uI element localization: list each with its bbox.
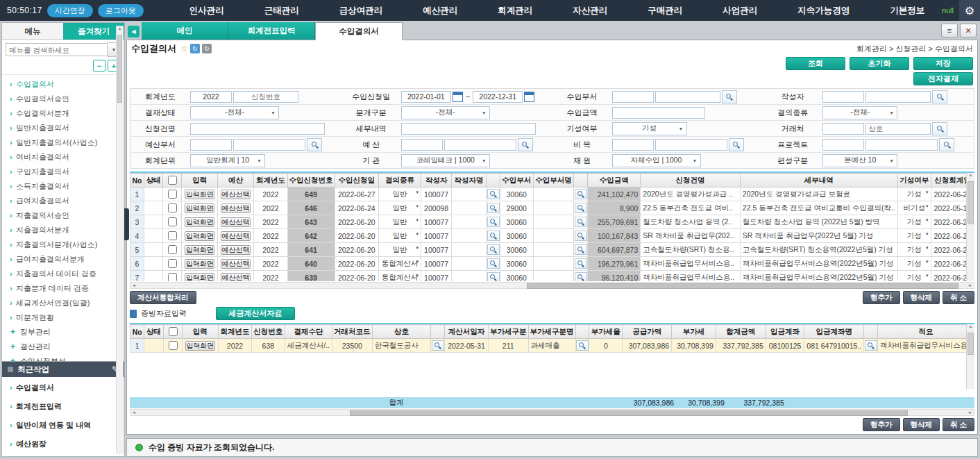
vat-name-header[interactable]: 부가세구분명 bbox=[528, 325, 575, 339]
recent-collapse-icon[interactable] bbox=[8, 367, 13, 372]
vendor-search-icon[interactable] bbox=[932, 122, 947, 135]
scroll-left-icon[interactable]: ◄ bbox=[132, 283, 136, 288]
input-button[interactable]: 입력화면 bbox=[185, 259, 214, 269]
global-menu-item[interactable]: 지속가능경영 bbox=[797, 5, 850, 17]
approval-status-select[interactable]: -전체-▼ bbox=[190, 106, 279, 119]
settings-gear-icon[interactable]: ⚙ bbox=[959, 0, 980, 21]
tax-invoice-button[interactable]: 세금계산서자료 bbox=[216, 307, 295, 320]
completion-cell[interactable]: 기성▼ bbox=[897, 215, 931, 229]
resolution-type-cell[interactable]: 일반▼ bbox=[378, 201, 421, 215]
budget-header[interactable]: 예산 bbox=[218, 174, 254, 187]
resolution-type-cell[interactable]: 일반▼ bbox=[378, 243, 421, 257]
project-code-input[interactable] bbox=[822, 139, 864, 151]
select-all-checkbox[interactable] bbox=[169, 327, 178, 336]
writer-code-input[interactable] bbox=[822, 91, 864, 103]
completion-cell[interactable]: 비기성▼ bbox=[897, 201, 931, 215]
global-menu-item[interactable]: 회계관리 bbox=[498, 5, 532, 17]
vendor-code-input[interactable] bbox=[822, 123, 864, 135]
sidebar-menu-item[interactable]: 수입결의서승인 bbox=[2, 92, 124, 106]
payment-header[interactable]: 결제수단 bbox=[285, 325, 332, 339]
tab-list-icon[interactable]: ≡ bbox=[941, 24, 958, 37]
budget-class-select[interactable]: 본예산 10▼ bbox=[822, 154, 897, 167]
budget-search-icon[interactable] bbox=[518, 138, 533, 151]
income-grid-hscroll[interactable]: ◄ ► bbox=[130, 282, 974, 289]
global-menu-item[interactable]: 인사관리 bbox=[189, 5, 224, 17]
sidebar-menu-item[interactable]: 세금계산서연결(일괄) bbox=[2, 296, 124, 310]
calendar-icon[interactable] bbox=[524, 92, 534, 102]
resolution-type-cell[interactable]: 통합계산서▼ bbox=[378, 271, 421, 282]
favorite-star-icon[interactable]: ☆ bbox=[180, 44, 188, 53]
amount-header[interactable]: 수입금액 bbox=[588, 174, 641, 187]
vendor-search-header[interactable] bbox=[431, 325, 445, 339]
no-header[interactable]: No bbox=[130, 325, 144, 339]
status-header[interactable]: 상태 bbox=[144, 174, 163, 187]
search-icon[interactable] bbox=[487, 203, 500, 213]
row-delete-button[interactable]: 행삭제 bbox=[903, 291, 940, 304]
search-icon[interactable] bbox=[487, 189, 500, 199]
budget-dept-name-input[interactable] bbox=[233, 139, 305, 151]
budget-dept-search-icon[interactable] bbox=[307, 138, 322, 151]
dept-name-header[interactable]: 수입부서명 bbox=[533, 174, 574, 187]
sidebar-menu-item[interactable]: 지출결의서분개 bbox=[2, 223, 124, 237]
search-icon[interactable] bbox=[487, 258, 500, 269]
search-icon[interactable] bbox=[487, 231, 500, 241]
search-icon[interactable] bbox=[432, 340, 444, 351]
sidebar-menu-item[interactable]: 소득지출결의서 bbox=[2, 179, 124, 194]
completion-cell[interactable]: 기성▼ bbox=[897, 187, 931, 201]
budget-button[interactable]: 예산선택 bbox=[221, 245, 251, 255]
input-button[interactable]: 입력화면 bbox=[185, 203, 214, 213]
sidebar-menu-item[interactable]: 일반지출결의서(사업소) bbox=[2, 135, 124, 150]
income-amount-input[interactable] bbox=[612, 107, 705, 119]
tab-close-icon[interactable]: ✕ bbox=[960, 24, 977, 37]
evidence-grid-hscroll[interactable]: ◄ ► bbox=[130, 409, 974, 416]
remark-header[interactable]: 적요 bbox=[878, 325, 974, 339]
grid-row[interactable]: 3입력화면예산선택20226432022-06-20일반▼10007730060… bbox=[130, 215, 974, 229]
input-button[interactable]: 입력화면 bbox=[185, 341, 215, 351]
agency-select[interactable]: 코레일테크 | 1000▼ bbox=[401, 154, 490, 167]
search-icon[interactable] bbox=[575, 272, 587, 281]
input-button[interactable]: 입력화면 bbox=[185, 190, 214, 199]
resolution-type-cell[interactable]: 일반▼ bbox=[378, 187, 421, 201]
sidebar-menu-item[interactable]: 구입지출결의서 bbox=[2, 165, 124, 179]
calendar-icon[interactable] bbox=[453, 92, 463, 102]
global-menu-item[interactable]: 기본정보 bbox=[890, 5, 924, 17]
invoice-date-header[interactable]: 계산서일자 bbox=[445, 325, 489, 339]
row-checkbox[interactable] bbox=[168, 231, 177, 240]
sidebar-menu-item[interactable]: 미분개현황 bbox=[2, 310, 124, 325]
scroll-right-icon[interactable]: ► bbox=[968, 410, 972, 415]
budget-name-input[interactable] bbox=[444, 139, 516, 151]
refresh-icon[interactable]: ↻ bbox=[190, 44, 200, 53]
scroll-left-icon[interactable]: ◄ bbox=[132, 410, 136, 415]
total-header[interactable]: 합계금액 bbox=[716, 325, 766, 339]
writer-header[interactable]: 작성자 bbox=[421, 174, 452, 187]
request-no-input[interactable] bbox=[233, 91, 298, 103]
project-name-input[interactable] bbox=[865, 139, 938, 151]
resolution-type-header[interactable]: 결의종류 bbox=[378, 174, 421, 187]
sidebar-tab[interactable]: 메뉴 bbox=[2, 23, 63, 40]
sidebar-menu-item[interactable]: 지출분개 데이터 검증 bbox=[2, 281, 124, 296]
resolution-type-cell[interactable]: 일반▼ bbox=[378, 229, 421, 243]
search-icon[interactable] bbox=[576, 340, 589, 351]
budget-button[interactable]: 예산선택 bbox=[221, 217, 251, 227]
writer-name-input[interactable] bbox=[865, 91, 931, 103]
global-menu-item[interactable]: 자산관리 bbox=[573, 5, 607, 17]
supply-header[interactable]: 공급가액 bbox=[623, 325, 672, 339]
search-icon[interactable] bbox=[487, 217, 500, 227]
vat-header[interactable]: 부가세 bbox=[672, 325, 716, 339]
recent-item[interactable]: 일반이체 연동 및 내역 bbox=[2, 416, 124, 435]
sidebar-menu-item[interactable]: 손익실적분석 bbox=[2, 354, 124, 361]
search-icon[interactable] bbox=[575, 244, 587, 255]
search-icon[interactable] bbox=[575, 231, 587, 241]
grid-row[interactable]: 1입력화면예산선택20226492022-06-27일반▼10007730060… bbox=[130, 187, 974, 201]
sidebar-menu-item[interactable]: 결산관리 bbox=[2, 340, 124, 354]
recent-item[interactable]: 수입결의서 bbox=[2, 378, 124, 397]
input-button[interactable]: 입력화면 bbox=[185, 217, 214, 227]
year-header[interactable]: 회계년도 bbox=[254, 174, 287, 187]
vat-code-header[interactable]: 부가세구분 bbox=[488, 325, 528, 339]
reset-view-icon[interactable]: ↻ bbox=[202, 44, 212, 53]
global-menu-item[interactable]: 근태관리 bbox=[264, 5, 299, 17]
detail-header[interactable]: 세부내역 bbox=[740, 174, 897, 187]
vendor-code-header[interactable]: 거래처코드 bbox=[332, 325, 373, 339]
extend-time-button[interactable]: 시간연장 bbox=[47, 4, 93, 17]
document-tab[interactable]: 수입결의서 bbox=[315, 22, 403, 40]
